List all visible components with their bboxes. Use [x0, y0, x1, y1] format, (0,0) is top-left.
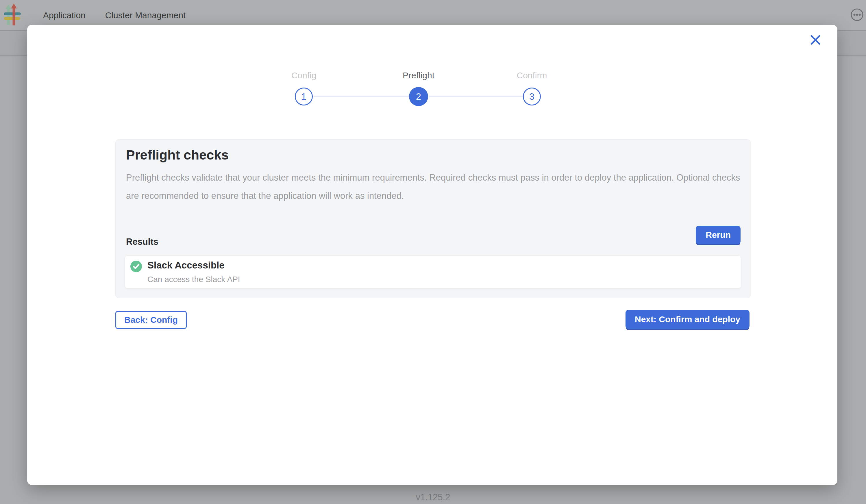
- nav-item-application[interactable]: Application: [43, 10, 86, 20]
- preflight-panel: Preflight checks Preflight checks valida…: [115, 139, 751, 298]
- preflight-description: Preflight checks validate that your clus…: [126, 168, 741, 205]
- step-indicator-config[interactable]: 1: [295, 88, 313, 105]
- step-connector: [314, 96, 409, 97]
- overflow-menu-icon[interactable]: [851, 8, 864, 21]
- rerun-button[interactable]: Rerun: [696, 226, 741, 244]
- preflight-check-row: Slack Accessible Can access the Slack AP…: [125, 256, 741, 288]
- step-connector: [429, 96, 523, 97]
- check-detail: Can access the Slack API: [147, 275, 240, 284]
- screen: Application Cluster Management v1.125.2 …: [0, 0, 866, 504]
- results-heading: Results: [126, 237, 158, 247]
- step-indicator-preflight[interactable]: 2: [409, 87, 428, 106]
- next-confirm-deploy-button[interactable]: Next: Confirm and deploy: [625, 310, 750, 329]
- back-config-button[interactable]: Back: Config: [115, 311, 187, 329]
- check-circle-icon: [130, 261, 142, 272]
- close-icon[interactable]: [809, 33, 822, 47]
- app-version-text: v1.125.2: [0, 492, 866, 503]
- nav-item-cluster-management[interactable]: Cluster Management: [105, 10, 186, 20]
- step-label-confirm: Confirm: [488, 70, 575, 80]
- step-indicator-confirm[interactable]: 3: [523, 88, 541, 105]
- step-label-config: Config: [260, 70, 347, 80]
- app-logo-icon: [4, 3, 21, 26]
- preflight-title: Preflight checks: [126, 147, 229, 163]
- check-name: Slack Accessible: [147, 260, 225, 271]
- step-label-preflight: Preflight: [375, 70, 462, 80]
- preflight-modal: Config Preflight Confirm 1 2 3 Preflight…: [27, 25, 837, 485]
